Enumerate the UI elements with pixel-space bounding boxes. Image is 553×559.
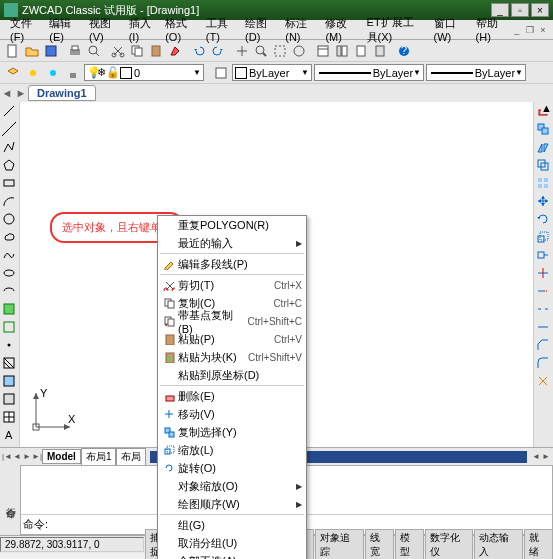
status-lwt[interactable]: 线宽 [365,529,394,560]
xline-button[interactable] [0,120,18,138]
tab-prev-button[interactable]: ◄ [0,87,14,99]
menu-window[interactable]: 窗口(W) [428,14,470,45]
rotate-button[interactable] [534,210,552,228]
array-button[interactable] [534,174,552,192]
tool-palette-button[interactable] [352,42,370,60]
layout-tab-2[interactable]: 布局 [116,448,146,466]
status-otrack[interactable]: 对象追踪 [315,529,363,560]
layout-first-button[interactable]: |◄ [2,452,12,461]
fillet-button[interactable] [534,354,552,372]
chamfer-button[interactable] [534,336,552,354]
context-menu-item[interactable]: 组(G) [158,516,306,534]
zoom-prev-button[interactable] [290,42,308,60]
design-center-button[interactable] [333,42,351,60]
context-menu-item[interactable]: 重复POLYGON(R) [158,216,306,234]
menu-modify[interactable]: 修改(M) [319,14,360,45]
hatch-button[interactable] [0,354,18,372]
line-button[interactable] [0,102,18,120]
menu-format[interactable]: 格式(O) [159,14,200,45]
linetype-combo[interactable]: ByLayer ▼ [314,64,424,81]
copy-obj-button[interactable] [534,120,552,138]
doc-close-button[interactable]: × [537,23,549,37]
status-model[interactable]: 模型 [395,529,424,560]
table-button[interactable] [0,408,18,426]
maximize-button[interactable]: ▫ [511,3,529,17]
doc-restore-button[interactable]: ❐ [524,23,536,37]
print-button[interactable] [66,42,84,60]
scroll-right-button[interactable]: ► [541,452,551,461]
polygon-button[interactable] [0,156,18,174]
document-tab[interactable]: Drawing1 [28,85,96,101]
ellipse-arc-button[interactable] [0,282,18,300]
context-menu-item[interactable]: 删除(E) [158,387,306,405]
layer-states-button[interactable] [212,64,230,82]
context-menu-item[interactable]: 绘图顺序(W)▶ [158,495,306,513]
layer-visible-icon[interactable] [24,64,42,82]
menu-dimension[interactable]: 标注(N) [279,14,319,45]
menu-help[interactable]: 帮助(H) [470,14,510,45]
layer-lock-icon[interactable] [64,64,82,82]
properties-button[interactable] [314,42,332,60]
context-menu-item[interactable]: 粘贴为块(K)Ctrl+Shift+V [158,348,306,366]
scroll-left-button[interactable]: ◄ [531,452,541,461]
insert-block-button[interactable] [0,300,18,318]
move-button[interactable] [534,192,552,210]
spline-button[interactable] [0,246,18,264]
scale-button[interactable] [534,228,552,246]
menu-view[interactable]: 视图(V) [83,14,123,45]
layout-tab-1[interactable]: 布局1 [81,448,117,466]
copy-button[interactable] [128,42,146,60]
explode-button[interactable] [534,372,552,390]
context-menu-item[interactable]: 旋转(O) [158,459,306,477]
layout-next-button[interactable]: ► [22,452,32,461]
doc-minimize-button[interactable]: _ [511,23,523,37]
save-button[interactable] [42,42,60,60]
context-menu-item[interactable]: 最近的输入▶ [158,234,306,252]
cut-button[interactable] [109,42,127,60]
tab-next-button[interactable]: ► [14,87,28,99]
context-menu-item[interactable]: 全部不选(A) [158,552,306,559]
menu-tools[interactable]: 工具(T) [200,14,239,45]
help-button[interactable]: ? [395,42,413,60]
zoom-window-button[interactable] [271,42,289,60]
layout-last-button[interactable]: ►| [32,452,42,461]
make-block-button[interactable] [0,318,18,336]
preview-button[interactable] [85,42,103,60]
stretch-button[interactable] [534,246,552,264]
break-button[interactable] [534,300,552,318]
text-button[interactable]: A [0,426,18,444]
offset-button[interactable] [534,156,552,174]
layout-tab-model[interactable]: Model [42,449,81,464]
menu-edit[interactable]: 编辑(E) [43,14,83,45]
new-button[interactable] [4,42,22,60]
match-button[interactable] [166,42,184,60]
extend-button[interactable] [534,282,552,300]
region-button[interactable] [0,390,18,408]
revcloud-button[interactable] [0,228,18,246]
arc-button[interactable] [0,192,18,210]
layer-combo[interactable]: 💡❄🔓 0 ▼ [84,64,204,81]
context-menu-item[interactable]: 剪切(T)Ctrl+X [158,276,306,294]
pan-button[interactable] [233,42,251,60]
status-dyn[interactable]: 动态输入 [474,529,522,560]
layout-prev-button[interactable]: ◄ [12,452,22,461]
point-button[interactable] [0,336,18,354]
menu-insert[interactable]: 插入(I) [123,14,159,45]
join-button[interactable] [534,318,552,336]
calc-button[interactable] [371,42,389,60]
menu-draw[interactable]: 绘图(D) [239,14,279,45]
gradient-button[interactable] [0,372,18,390]
context-menu-item[interactable]: 粘贴(P)Ctrl+V [158,330,306,348]
status-tablet[interactable]: 数字化仪 [425,529,473,560]
context-menu-item[interactable]: 取消分组(U) [158,534,306,552]
color-combo[interactable]: ByLayer ▼ [232,64,312,81]
context-menu-item[interactable]: 对象缩放(O)▶ [158,477,306,495]
context-menu-item[interactable]: 缩放(L) [158,441,306,459]
close-button[interactable]: × [531,3,549,17]
pline-button[interactable] [0,138,18,156]
layer-button[interactable] [4,64,22,82]
rectangle-button[interactable] [0,174,18,192]
scroll-up-button[interactable]: ▲ [541,102,553,114]
context-menu-item[interactable]: 编辑多段线(P) [158,255,306,273]
circle-button[interactable] [0,210,18,228]
